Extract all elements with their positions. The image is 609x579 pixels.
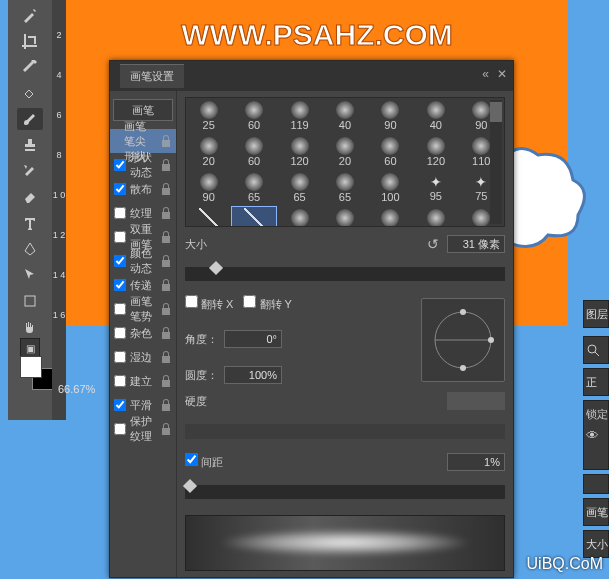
scrollbar-thumb[interactable] (490, 102, 502, 122)
option-checkbox[interactable] (114, 279, 126, 291)
brush-preset[interactable]: 65 (277, 170, 322, 206)
brush-preset[interactable]: 40 (413, 98, 458, 134)
option-checkbox[interactable] (114, 303, 126, 315)
option-checkbox[interactable] (114, 255, 126, 267)
spacing-checkbox[interactable]: 间距 (185, 453, 223, 470)
roundness-input[interactable] (224, 366, 282, 384)
brush-preset[interactable]: 25 (186, 98, 231, 134)
option-label: 湿边 (130, 350, 152, 365)
watermark-text: UiBQ.CoM (527, 555, 603, 573)
brush-option-10[interactable]: 建立 (110, 369, 176, 393)
option-checkbox[interactable] (114, 207, 126, 219)
ruler-tick: 6 (52, 110, 66, 120)
right-docked-panels: 图层 正 锁定 👁 画笔 大小 (583, 300, 609, 558)
brush-preset[interactable]: ✦95 (413, 170, 458, 206)
brush-tool[interactable] (17, 108, 43, 130)
path-select-tool[interactable] (17, 264, 43, 286)
brush-option-9[interactable]: 湿边 (110, 345, 176, 369)
type-tool[interactable] (17, 212, 43, 234)
hardness-input[interactable] (447, 392, 505, 410)
brush-preset[interactable]: 100 (368, 170, 413, 206)
zoom-level[interactable]: 66.67% (58, 383, 95, 395)
brush-preset[interactable]: 20 (322, 134, 367, 170)
brush-size-label: 119 (290, 119, 308, 131)
option-checkbox[interactable] (114, 399, 126, 411)
pen-tool[interactable] (17, 238, 43, 260)
brush-preset[interactable]: 42 (322, 206, 367, 227)
angle-control[interactable] (421, 298, 505, 382)
angle-input[interactable] (224, 330, 282, 348)
visibility-eye-icon[interactable]: 👁 (586, 428, 599, 443)
brush-option-2[interactable]: 散布 (110, 177, 176, 201)
lock-icon (160, 230, 172, 244)
brush-option-1[interactable]: 形状动态 (110, 153, 176, 177)
spacing-slider[interactable] (185, 485, 505, 499)
brush-preset[interactable]: 35 (413, 206, 458, 227)
brush-preset[interactable]: 90 (368, 98, 413, 134)
brush-size-label: 90 (203, 191, 215, 203)
ruler-tick: 1 0 (52, 190, 66, 200)
option-checkbox[interactable] (114, 183, 126, 195)
lock-icon (160, 182, 172, 196)
brush-preset[interactable]: 20 (277, 206, 322, 227)
option-label: 画笔笔势 (130, 294, 156, 324)
brush-preset[interactable]: 60 (231, 134, 276, 170)
brush-option-8[interactable]: 杂色 (110, 321, 176, 345)
brush-preset[interactable]: 40 (322, 98, 367, 134)
reset-size-icon[interactable]: ↺ (427, 236, 439, 252)
hand-tool[interactable] (17, 316, 43, 338)
brush-option-5[interactable]: 颜色动态 (110, 249, 176, 273)
option-checkbox[interactable] (114, 231, 126, 243)
brush-option-7[interactable]: 画笔笔势 (110, 297, 176, 321)
hardness-slider (185, 424, 505, 438)
flip-y-checkbox[interactable]: 翻转 Y (243, 295, 291, 312)
shape-tool[interactable] (17, 290, 43, 312)
brush-preset[interactable]: 50 (231, 206, 276, 227)
brush-preset[interactable]: 27 (368, 206, 413, 227)
option-checkbox[interactable] (114, 423, 126, 435)
brush-grid-scrollbar[interactable] (490, 100, 502, 224)
spacing-input[interactable] (447, 453, 505, 471)
option-checkbox[interactable] (114, 327, 126, 339)
option-checkbox[interactable] (114, 159, 126, 171)
brush-panel-tab[interactable]: 画笔 (583, 498, 609, 526)
option-checkbox[interactable] (114, 375, 126, 387)
eyedropper-tool[interactable] (17, 56, 43, 78)
quick-mask-icon[interactable]: ▣ (20, 338, 40, 358)
brush-size-label: 20 (203, 155, 215, 167)
brush-stroke-preview (185, 515, 505, 571)
eraser-tool[interactable] (17, 186, 43, 208)
brush-size-label: 65 (293, 191, 305, 203)
option-checkbox[interactable] (114, 351, 126, 363)
layers-panel-tab[interactable]: 图层 (583, 300, 609, 328)
history-brush-tool[interactable] (17, 160, 43, 182)
brush-preset[interactable]: 90 (186, 170, 231, 206)
brush-preset[interactable]: 119 (277, 98, 322, 134)
brush-option-12[interactable]: 保护纹理 (110, 417, 176, 441)
close-icon[interactable]: ✕ (497, 67, 507, 81)
size-input[interactable] (447, 235, 505, 253)
brush-preset[interactable]: 120 (413, 134, 458, 170)
brush-preset[interactable]: 65 (231, 170, 276, 206)
brush-preset[interactable]: 75 (186, 206, 231, 227)
brush-preset[interactable]: 120 (277, 134, 322, 170)
stamp-tool[interactable] (17, 134, 43, 156)
brush-preset[interactable]: 60 (368, 134, 413, 170)
canvas-url-text: WWW.PSAHZ.COM (181, 18, 453, 52)
brush-preset[interactable]: 65 (322, 170, 367, 206)
healing-tool[interactable] (17, 82, 43, 104)
lock-icon (160, 206, 172, 220)
panel-title-tab[interactable]: 画笔设置 (120, 64, 184, 88)
size-slider[interactable] (185, 267, 505, 281)
blend-mode-label[interactable]: 正 (583, 368, 609, 396)
flip-x-checkbox[interactable]: 翻转 X (185, 295, 233, 312)
panel-header: 画笔设置 « ✕ (110, 61, 513, 91)
search-icon[interactable] (586, 343, 600, 357)
wand-tool[interactable] (17, 4, 43, 26)
color-swatches[interactable] (20, 356, 56, 392)
brush-preset[interactable]: 60 (231, 98, 276, 134)
collapse-icon[interactable]: « (482, 67, 489, 81)
brush-preset[interactable]: 20 (186, 134, 231, 170)
crop-tool[interactable] (17, 30, 43, 52)
foreground-color[interactable] (20, 356, 42, 378)
